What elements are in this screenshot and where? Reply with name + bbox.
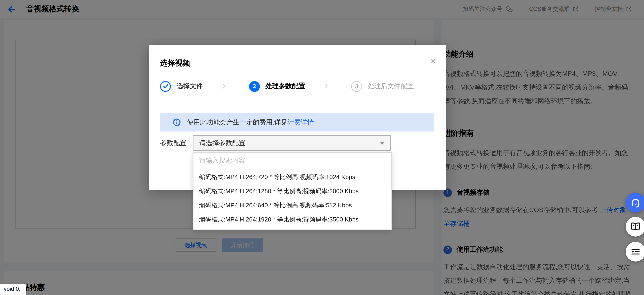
info-icon	[173, 118, 181, 126]
step-label: 处理参数配置	[266, 82, 305, 91]
dropdown-option[interactable]: 编码格式:MP4 H.264;640 * 等比例高;视频码率:512 Kbps	[194, 198, 391, 212]
step-select-file: 选择文件	[160, 81, 203, 92]
dropdown-option[interactable]: 编码格式:MP4 H.264;1920 * 等比例高;视频码率:3500 Kbp…	[194, 212, 391, 227]
dropdown-search-input[interactable]	[198, 153, 386, 168]
page: 音视频格式转换 扫码关注公众号 COS服务交流群 控制台文档	[0, 0, 644, 295]
divider	[160, 102, 434, 102]
chevron-down-icon	[380, 142, 384, 144]
dropdown-option-list: 编码格式:MP4 H.264;720 * 等比例高;视频码率:1024 Kbps…	[194, 170, 391, 227]
billing-detail-link[interactable]: 计费详情	[288, 118, 314, 126]
headset-icon	[630, 197, 641, 208]
param-config-row: 参数配置 请选择参数配置	[160, 135, 434, 151]
close-icon[interactable]: ✕	[430, 58, 436, 65]
step-pending-circle: 3	[351, 81, 362, 92]
billing-info-banner: 使用此功能会产生一定的费用,详见计费详情	[160, 113, 434, 131]
step-active-circle: 2	[249, 81, 260, 92]
modal-title: 选择视频	[160, 59, 190, 68]
chevron-right-icon	[322, 83, 330, 90]
docs-button[interactable]	[626, 217, 644, 236]
step-param-config: 2 处理参数配置	[249, 81, 305, 92]
check-icon	[163, 83, 168, 89]
survey-list-icon	[630, 246, 641, 257]
chevron-right-icon	[220, 83, 228, 90]
support-button[interactable]	[626, 193, 644, 212]
step-indicator: 选择文件 2 处理参数配置 3 处理后文件配置	[160, 80, 434, 93]
book-icon	[630, 221, 641, 232]
step-post-config: 3 处理后文件配置	[351, 81, 414, 92]
status-tooltip: void 0;	[0, 284, 26, 295]
step-label: 处理后文件配置	[368, 82, 414, 91]
feedback-button[interactable]	[626, 242, 644, 261]
step-done-circle	[160, 81, 171, 92]
select-value: 请选择参数配置	[199, 139, 380, 147]
param-config-label: 参数配置	[160, 135, 186, 151]
dropdown-search-wrap	[198, 153, 386, 168]
banner-message: 使用此功能会产生一定的费用,详见	[187, 118, 288, 126]
dropdown-option[interactable]: 编码格式:MP4 H.264;720 * 等比例高;视频码率:1024 Kbps	[194, 170, 391, 184]
step-label: 选择文件	[176, 82, 203, 91]
select-video-modal: 选择视频 ✕ 选择文件 2 处理参数配置 3 处理后文件配置	[149, 45, 446, 190]
banner-text: 使用此功能会产生一定的费用,详见计费详情	[187, 118, 314, 127]
dropdown-option[interactable]: 编码格式:MP4 H.264;1280 * 等比例高;视频码率:2000 Kbp…	[194, 184, 391, 198]
param-config-dropdown: 编码格式:MP4 H.264;720 * 等比例高;视频码率:1024 Kbps…	[193, 152, 392, 230]
param-config-select[interactable]: 请选择参数配置	[193, 135, 391, 151]
